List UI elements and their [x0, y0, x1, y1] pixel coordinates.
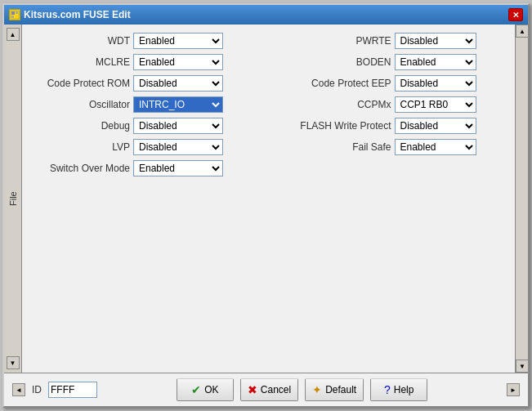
boden-select[interactable]: Enabled Disabled [395, 54, 476, 70]
ccpmx-select[interactable]: CCP1 RB0 CCP1 RE7 [395, 96, 476, 113]
help-button[interactable]: ? Help [370, 378, 427, 401]
bottom-bar: ◄ ID ✔ OK ✖ Cancel ✦ Default ? Help ► [4, 373, 528, 406]
flash-write-protect-row: FLASH Write Protect Disabled Enabled [277, 118, 506, 134]
mclre-row: MCLRE Enabled Disabled [32, 54, 261, 70]
svg-rect-3 [11, 16, 14, 18]
cancel-button[interactable]: ✖ Cancel [240, 378, 298, 401]
help-label: Help [394, 384, 414, 395]
lvp-row: LVP Disabled Enabled [32, 139, 261, 155]
code-protect-eep-label: Code Protect EEP [277, 78, 391, 89]
sidebar: ▲ File ▼ [4, 25, 22, 373]
scroll-up-arrow[interactable]: ▲ [516, 25, 528, 38]
main-content: WDT Enabled Disabled MCLRE Enabled Disab… [22, 25, 515, 373]
wdt-row: WDT Enabled Disabled [32, 33, 261, 49]
title-bar: Kitsrus.com FUSE Edit ✕ [4, 5, 528, 25]
window-title: Kitsrus.com FUSE Edit [24, 9, 131, 20]
sidebar-scroll-up[interactable]: ▲ [7, 28, 20, 41]
switch-over-mode-label: Switch Over Mode [32, 163, 130, 174]
debug-label: Debug [32, 120, 130, 132]
bottom-buttons: ✔ OK ✖ Cancel ✦ Default ? Help [104, 378, 500, 401]
form-area: WDT Enabled Disabled MCLRE Enabled Disab… [32, 33, 505, 364]
window-body: ▲ File ▼ WDT Enabled Disabled [4, 25, 528, 373]
oscillator-label: Oscillator [32, 99, 130, 110]
code-protect-rom-select[interactable]: Disabled Enabled [133, 75, 223, 92]
default-label: Default [325, 384, 356, 395]
right-scrollbar: ▲ ▼ [515, 25, 528, 373]
code-protect-rom-row: Code Protect ROM Disabled Enabled [32, 75, 261, 92]
ok-label: OK [204, 384, 218, 395]
scroll-down-arrow[interactable]: ▼ [516, 360, 528, 373]
lvp-select[interactable]: Disabled Enabled [133, 139, 223, 155]
debug-row: Debug Disabled Enabled [32, 118, 261, 134]
ok-icon: ✔ [191, 383, 201, 396]
lvp-label: LVP [32, 141, 130, 153]
pwrte-select[interactable]: Disabled Enabled [395, 33, 476, 49]
code-protect-rom-label: Code Protect ROM [32, 78, 130, 89]
default-icon: ✦ [312, 383, 322, 396]
switch-over-mode-select[interactable]: Enabled Disabled [133, 160, 223, 176]
scroll-track [516, 38, 528, 360]
flash-write-protect-label: FLASH Write Protect [277, 120, 391, 132]
debug-select[interactable]: Disabled Enabled [133, 118, 223, 134]
fail-safe-label: Fail Safe [277, 141, 391, 153]
wdt-label: WDT [32, 35, 130, 47]
pwrte-label: PWRTE [277, 35, 391, 47]
boden-row: BODEN Enabled Disabled [277, 54, 506, 70]
code-protect-eep-row: Code Protect EEP Disabled Enabled [277, 75, 506, 92]
pwrte-row: PWRTE Disabled Enabled [277, 33, 506, 49]
oscillator-row: Oscillator INTRC_IO RC XT HS [32, 96, 261, 113]
mclre-label: MCLRE [32, 56, 130, 68]
svg-rect-1 [11, 11, 15, 15]
ccpmx-row: CCPMx CCP1 RB0 CCP1 RE7 [277, 96, 506, 113]
main-window: Kitsrus.com FUSE Edit ✕ ▲ File ▼ WDT En [2, 3, 530, 408]
mclre-select[interactable]: Enabled Disabled [133, 54, 223, 70]
fail-safe-row: Fail Safe Enabled Disabled [277, 139, 506, 155]
code-protect-eep-select[interactable]: Disabled Enabled [395, 75, 476, 92]
bottom-scroll-right[interactable]: ► [507, 383, 520, 396]
oscillator-select[interactable]: INTRC_IO RC XT HS [133, 96, 223, 113]
bottom-scroll-left[interactable]: ◄ [12, 383, 25, 396]
switch-over-mode-row: Switch Over Mode Enabled Disabled [32, 160, 261, 176]
app-icon [9, 9, 20, 20]
help-icon: ? [384, 383, 391, 396]
boden-label: BODEN [277, 56, 391, 68]
ok-button[interactable]: ✔ OK [177, 378, 234, 401]
id-label: ID [32, 384, 42, 395]
svg-rect-2 [16, 11, 18, 14]
left-column: WDT Enabled Disabled MCLRE Enabled Disab… [32, 33, 261, 364]
default-button[interactable]: ✦ Default [305, 378, 364, 401]
right-column: PWRTE Disabled Enabled BODEN Enabled Dis… [277, 33, 506, 364]
close-button[interactable]: ✕ [508, 8, 523, 21]
cancel-icon: ✖ [248, 383, 257, 396]
flash-write-protect-select[interactable]: Disabled Enabled [395, 118, 476, 134]
sidebar-scroll-down[interactable]: ▼ [7, 356, 20, 369]
ccpmx-label: CCPMx [277, 99, 391, 110]
cancel-label: Cancel [261, 384, 291, 395]
id-input[interactable] [48, 382, 97, 398]
fail-safe-select[interactable]: Enabled Disabled [395, 139, 476, 155]
sidebar-label: File [8, 46, 18, 351]
wdt-select[interactable]: Enabled Disabled [133, 33, 223, 49]
